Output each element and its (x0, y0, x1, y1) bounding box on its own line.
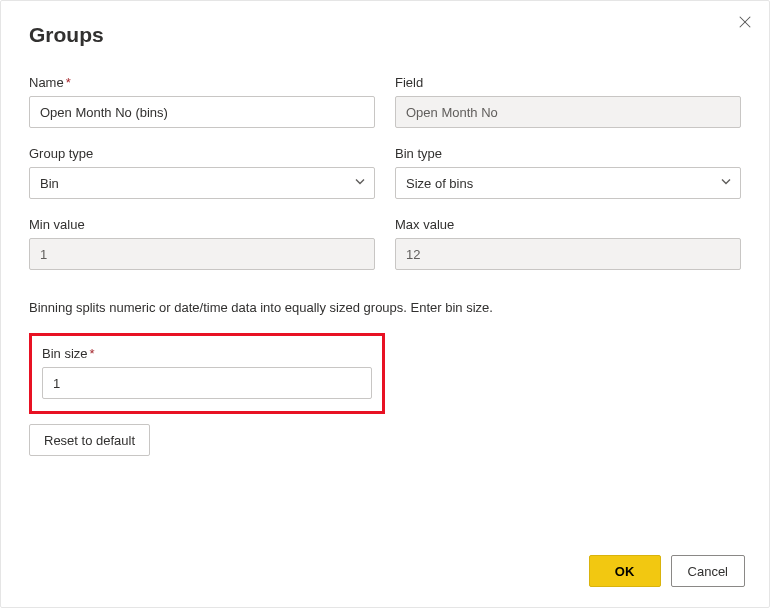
groups-dialog: Groups Name* Field Open Month No Group t… (0, 0, 770, 608)
bin-type-label: Bin type (395, 146, 741, 161)
group-type-value: Bin (40, 176, 59, 191)
bin-size-field-group: Bin size* (42, 346, 372, 399)
field-value: Open Month No (395, 96, 741, 128)
name-field-group: Name* (29, 75, 375, 128)
name-label: Name* (29, 75, 375, 90)
field-label: Field (395, 75, 741, 90)
required-asterisk: * (90, 346, 95, 361)
chevron-down-icon (354, 176, 366, 191)
cancel-button[interactable]: Cancel (671, 555, 745, 587)
bin-size-input[interactable] (42, 367, 372, 399)
bin-type-value: Size of bins (406, 176, 473, 191)
ok-button[interactable]: OK (589, 555, 661, 587)
name-label-text: Name (29, 75, 64, 90)
group-type-select[interactable]: Bin (29, 167, 375, 199)
field-field-group: Field Open Month No (395, 75, 741, 128)
close-icon (738, 15, 752, 32)
name-input[interactable] (29, 96, 375, 128)
helper-text: Binning splits numeric or date/time data… (29, 300, 741, 315)
min-value-field-group: Min value 1 (29, 217, 375, 270)
required-asterisk: * (66, 75, 71, 90)
group-type-label: Group type (29, 146, 375, 161)
dialog-footer: OK Cancel (589, 555, 745, 587)
max-value-field-group: Max value 12 (395, 217, 741, 270)
max-value: 12 (395, 238, 741, 270)
bin-size-highlight: Bin size* (29, 333, 385, 414)
min-value: 1 (29, 238, 375, 270)
bin-type-select[interactable]: Size of bins (395, 167, 741, 199)
group-type-field-group: Group type Bin (29, 146, 375, 199)
form-grid: Name* Field Open Month No Group type Bin… (29, 75, 741, 270)
bin-size-label: Bin size* (42, 346, 372, 361)
chevron-down-icon (720, 176, 732, 191)
dialog-title: Groups (29, 23, 741, 47)
max-value-label: Max value (395, 217, 741, 232)
reset-to-default-button[interactable]: Reset to default (29, 424, 150, 456)
bin-type-field-group: Bin type Size of bins (395, 146, 741, 199)
min-value-label: Min value (29, 217, 375, 232)
bin-size-label-text: Bin size (42, 346, 88, 361)
close-button[interactable] (733, 11, 757, 35)
